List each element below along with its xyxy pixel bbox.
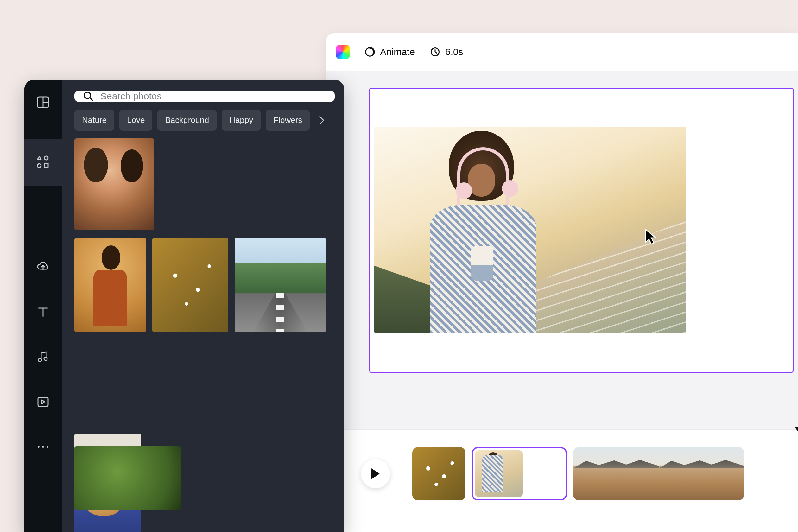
animate-label: Animate bbox=[380, 46, 415, 57]
panel-body: Nature Love Background Happy Flowers bbox=[62, 80, 344, 532]
more-icon bbox=[37, 445, 50, 449]
canvas-area[interactable] bbox=[326, 71, 798, 429]
editor-window: Animate 6.0s bbox=[326, 33, 798, 532]
rail-audio[interactable] bbox=[35, 348, 52, 365]
playhead-marker-icon[interactable] bbox=[794, 426, 798, 432]
cursor-icon bbox=[644, 229, 658, 247]
timeline-clip-selected[interactable] bbox=[472, 447, 567, 500]
timeline-clip[interactable] bbox=[412, 447, 466, 500]
editor-toolbar: Animate 6.0s bbox=[326, 33, 798, 71]
duration-label: 6.0s bbox=[445, 46, 463, 57]
rail-uploads[interactable] bbox=[35, 259, 52, 276]
upload-cloud-icon bbox=[36, 260, 50, 274]
photo-thumb[interactable] bbox=[74, 138, 154, 230]
elements-icon bbox=[36, 154, 51, 170]
chip-happy[interactable]: Happy bbox=[222, 110, 261, 131]
play-icon bbox=[370, 468, 381, 480]
category-chips: Nature Love Background Happy Flowers bbox=[74, 110, 335, 131]
svg-point-8 bbox=[38, 446, 40, 448]
timeline bbox=[326, 429, 798, 518]
chip-background[interactable]: Background bbox=[157, 110, 216, 131]
side-rail bbox=[24, 80, 62, 532]
photo-thumb[interactable] bbox=[74, 238, 146, 332]
chip-nature[interactable]: Nature bbox=[74, 110, 114, 131]
toolbar-separator bbox=[357, 44, 357, 59]
rail-text[interactable] bbox=[35, 303, 52, 321]
text-icon bbox=[37, 306, 50, 318]
templates-icon bbox=[36, 95, 50, 109]
photo-thumb[interactable] bbox=[74, 446, 182, 510]
rail-templates[interactable] bbox=[35, 94, 52, 111]
svg-point-6 bbox=[44, 357, 47, 360]
svg-rect-7 bbox=[38, 397, 48, 406]
svg-point-10 bbox=[46, 446, 49, 448]
animate-icon bbox=[364, 46, 376, 58]
search-bar[interactable] bbox=[74, 91, 335, 102]
search-icon bbox=[83, 91, 94, 102]
asset-panel: Nature Love Background Happy Flowers bbox=[24, 80, 344, 532]
toolbar-separator bbox=[422, 44, 422, 59]
chip-flowers[interactable]: Flowers bbox=[266, 110, 310, 131]
rail-videos[interactable] bbox=[35, 393, 52, 411]
animate-button[interactable]: Animate bbox=[364, 46, 415, 58]
chip-love[interactable]: Love bbox=[119, 110, 152, 131]
play-button[interactable] bbox=[361, 459, 390, 488]
svg-point-9 bbox=[42, 446, 44, 448]
timeline-clips bbox=[412, 447, 744, 500]
clock-icon bbox=[430, 46, 441, 58]
photo-grid bbox=[74, 138, 335, 532]
rail-elements[interactable] bbox=[24, 139, 62, 186]
search-input[interactable] bbox=[100, 91, 326, 102]
photo-thumb[interactable] bbox=[235, 238, 326, 332]
video-icon bbox=[36, 395, 50, 409]
svg-rect-4 bbox=[44, 164, 48, 167]
duration-button[interactable]: 6.0s bbox=[430, 46, 463, 58]
svg-point-3 bbox=[44, 156, 48, 160]
timeline-clip[interactable] bbox=[573, 447, 744, 500]
canvas[interactable] bbox=[369, 88, 794, 373]
rail-more[interactable] bbox=[35, 438, 52, 455]
photo-thumb[interactable] bbox=[152, 238, 228, 332]
svg-point-5 bbox=[38, 359, 41, 362]
color-picker-swatch[interactable] bbox=[336, 45, 349, 59]
canvas-image[interactable] bbox=[374, 127, 686, 332]
music-note-icon bbox=[36, 350, 50, 364]
chevron-right-icon bbox=[319, 115, 325, 126]
chips-scroll-right[interactable] bbox=[315, 113, 329, 127]
